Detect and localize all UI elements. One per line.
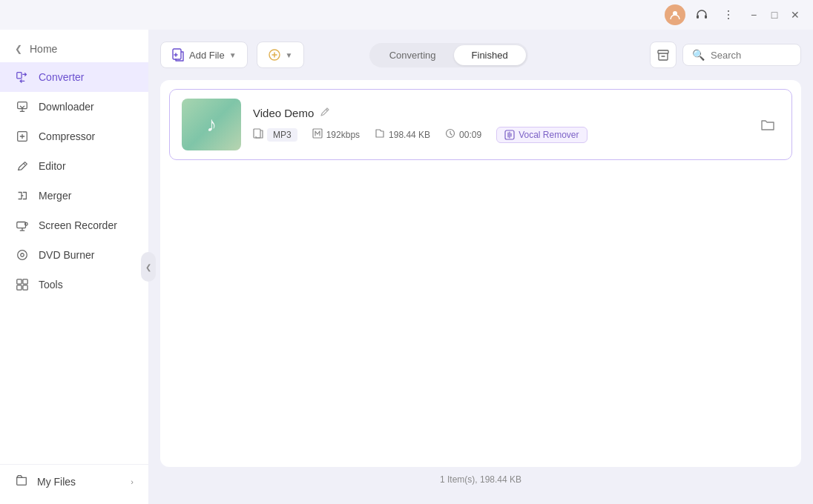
myfiles-icon bbox=[15, 474, 28, 489]
open-folder-button[interactable] bbox=[756, 113, 780, 136]
format-icon bbox=[253, 128, 263, 141]
size-value: 198.44 KB bbox=[389, 130, 430, 140]
svg-rect-16 bbox=[23, 285, 27, 290]
dvd-burner-label: DVD Burner bbox=[39, 249, 94, 261]
menu-button[interactable] bbox=[718, 4, 739, 25]
file-card: ♪ Video Demo bbox=[169, 89, 792, 160]
close-button[interactable]: ✕ bbox=[786, 6, 804, 24]
svg-point-12 bbox=[21, 253, 24, 257]
duration-value: 00:09 bbox=[459, 130, 481, 140]
tab-converting[interactable]: Converting bbox=[372, 45, 454, 65]
svg-rect-13 bbox=[17, 279, 22, 284]
svg-rect-9 bbox=[17, 222, 26, 228]
collapse-icon: ❮ bbox=[145, 263, 151, 271]
add-file-button[interactable]: Add File ▼ bbox=[160, 42, 248, 68]
tab-finished[interactable]: Finished bbox=[454, 45, 526, 65]
svg-rect-14 bbox=[23, 279, 27, 284]
minimize-button[interactable]: − bbox=[745, 6, 763, 24]
sidebar-item-dvd-burner[interactable]: DVD Burner bbox=[0, 240, 148, 270]
archive-button[interactable] bbox=[650, 42, 677, 68]
meta-bitrate: 192kbps bbox=[312, 128, 360, 141]
svg-point-3 bbox=[728, 10, 729, 12]
sidebar-item-myfiles[interactable]: My Files › bbox=[0, 465, 148, 498]
search-box: 🔍 bbox=[682, 44, 801, 66]
format-value: MP3 bbox=[267, 128, 297, 142]
editor-label: Editor bbox=[39, 160, 66, 172]
sidebar-item-editor[interactable]: Editor bbox=[0, 151, 148, 181]
converter-label: Converter bbox=[39, 71, 84, 83]
meta-duration: 00:09 bbox=[445, 128, 481, 141]
converter-icon bbox=[15, 70, 30, 84]
compressor-label: Compressor bbox=[39, 130, 95, 142]
app-body: ❮ Home Converter bbox=[0, 30, 813, 504]
sidebar-item-compressor[interactable]: Compressor bbox=[0, 122, 148, 151]
svg-rect-19 bbox=[658, 50, 668, 53]
chevron-left-icon: ❮ bbox=[15, 44, 22, 54]
sidebar-item-tools[interactable]: Tools bbox=[0, 270, 148, 299]
dvd-burner-icon bbox=[15, 248, 30, 262]
file-name-row: Video Demo bbox=[253, 107, 744, 119]
tools-icon bbox=[15, 277, 30, 292]
svg-point-4 bbox=[728, 14, 729, 16]
window-controls: − □ ✕ bbox=[745, 6, 804, 24]
meta-format: MP3 bbox=[253, 128, 297, 142]
editor-icon bbox=[15, 159, 30, 173]
file-actions bbox=[756, 113, 780, 136]
svg-point-10 bbox=[25, 222, 28, 225]
duration-icon bbox=[445, 128, 455, 141]
user-avatar-button[interactable] bbox=[665, 4, 685, 25]
add-file-dropdown-icon: ▼ bbox=[229, 51, 237, 59]
file-list: ♪ Video Demo bbox=[160, 80, 801, 467]
maximize-button[interactable]: □ bbox=[766, 6, 783, 24]
status-bar: 1 Item(s), 198.44 KB bbox=[160, 467, 801, 492]
size-icon bbox=[375, 128, 385, 141]
downloader-label: Downloader bbox=[39, 101, 94, 113]
toggle-tabs: Converting Finished bbox=[369, 43, 528, 67]
merger-icon bbox=[15, 188, 30, 203]
screen-recorder-label: Screen Recorder bbox=[39, 219, 117, 231]
merger-label: Merger bbox=[39, 190, 71, 202]
screen-recorder-icon bbox=[15, 218, 30, 233]
collapse-handle[interactable]: ❮ bbox=[141, 252, 156, 282]
myfiles-label: My Files bbox=[37, 476, 76, 488]
sidebar-item-downloader[interactable]: Downloader bbox=[0, 92, 148, 122]
toolbar: Add File ▼ ▼ Converting Finished bbox=[160, 42, 801, 68]
main-content: Add File ▼ ▼ Converting Finished bbox=[148, 30, 813, 504]
edit-icon[interactable] bbox=[320, 107, 330, 119]
downloader-icon bbox=[15, 99, 30, 114]
bitrate-value: 192kbps bbox=[326, 130, 360, 140]
svg-point-5 bbox=[728, 18, 729, 19]
svg-rect-15 bbox=[17, 285, 22, 290]
search-input[interactable] bbox=[711, 50, 791, 61]
sidebar-item-screen-recorder[interactable]: Screen Recorder bbox=[0, 210, 148, 240]
svg-rect-17 bbox=[173, 49, 181, 59]
meta-size: 198.44 KB bbox=[375, 128, 430, 141]
file-thumbnail: ♪ bbox=[182, 99, 241, 150]
svg-rect-20 bbox=[254, 129, 260, 138]
add-file-label: Add File bbox=[189, 50, 225, 61]
music-note-icon: ♪ bbox=[206, 113, 217, 136]
title-bar: − □ ✕ bbox=[0, 0, 813, 30]
file-name: Video Demo bbox=[253, 107, 314, 119]
sidebar-item-home[interactable]: ❮ Home bbox=[0, 36, 148, 62]
svg-point-11 bbox=[18, 251, 27, 260]
add-options-dropdown-icon: ▼ bbox=[286, 51, 293, 59]
add-file-icon bbox=[171, 48, 185, 62]
file-info: Video Demo bbox=[253, 107, 744, 143]
headset-button[interactable] bbox=[691, 4, 712, 25]
tools-label: Tools bbox=[39, 279, 63, 291]
file-meta: MP3 192kbps bbox=[253, 127, 744, 143]
bitrate-icon bbox=[312, 128, 323, 141]
status-text: 1 Item(s), 198.44 KB bbox=[440, 474, 521, 485]
home-label: Home bbox=[30, 43, 57, 55]
sidebar: ❮ Home Converter bbox=[0, 30, 148, 504]
add-options-button[interactable]: ▼ bbox=[257, 42, 304, 68]
svg-rect-6 bbox=[17, 73, 22, 79]
svg-rect-1 bbox=[697, 15, 699, 19]
sidebar-item-merger[interactable]: Merger bbox=[0, 181, 148, 210]
sidebar-bottom: My Files › bbox=[0, 464, 148, 498]
vocal-remover-badge[interactable]: Vocal Remover bbox=[496, 127, 587, 143]
sidebar-item-converter[interactable]: Converter bbox=[0, 62, 148, 92]
myfiles-chevron-icon: › bbox=[131, 477, 134, 486]
search-icon: 🔍 bbox=[692, 49, 705, 61]
